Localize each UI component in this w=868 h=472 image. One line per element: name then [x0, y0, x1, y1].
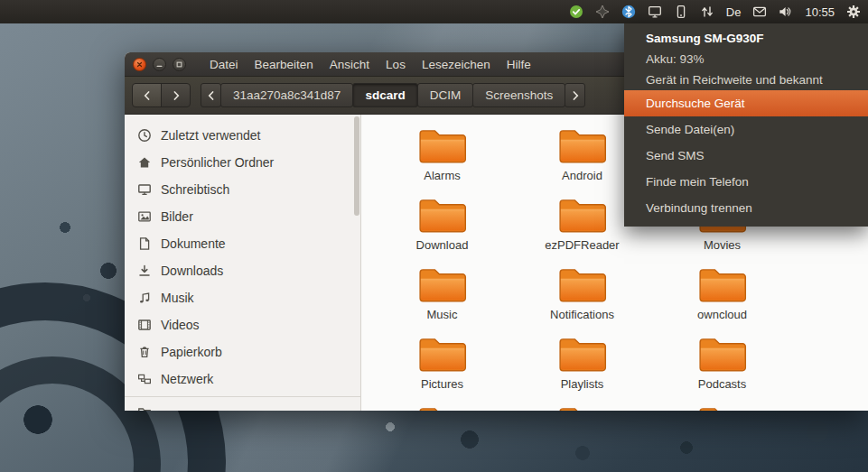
folder-label: owncloud: [697, 308, 747, 321]
up-down-arrows-icon: [700, 5, 714, 19]
menu-item-verbindung-trennen[interactable]: Verbindung trennen: [624, 195, 868, 221]
menu-item-sende-dateien[interactable]: Sende Datei(en): [624, 116, 868, 143]
sidebar-item-videos[interactable]: Videos: [125, 311, 360, 338]
folder-label: Playlists: [561, 377, 604, 391]
menu-datei[interactable]: Datei: [201, 54, 247, 75]
sidebar-item-label: Schreibtisch: [161, 182, 229, 197]
sidebar-item-schreibtisch[interactable]: Schreibtisch: [125, 176, 360, 203]
folder-pictures[interactable]: Pictures: [372, 334, 512, 403]
minimize-button[interactable]: [153, 58, 166, 71]
menu-los[interactable]: Los: [378, 54, 414, 75]
pinwheel-icon: [595, 5, 610, 19]
forward-button[interactable]: [161, 83, 191, 107]
mail-indicator[interactable]: [752, 0, 767, 23]
maximize-button[interactable]: [173, 58, 186, 71]
menu-lesezeichen[interactable]: Lesezeichen: [414, 54, 499, 75]
sidebar-item-downloads[interactable]: Downloads: [125, 257, 360, 284]
phone-icon: [674, 5, 688, 19]
minimize-icon: [154, 60, 164, 69]
menu-bearbeiten[interactable]: Bearbeiten: [247, 54, 322, 75]
bluetooth-icon: [621, 5, 636, 19]
sidebar-item-dokumente[interactable]: Dokumente: [125, 230, 360, 257]
folder-icon: [556, 264, 609, 307]
envelope-icon: [752, 5, 767, 19]
clock[interactable]: 10:55: [805, 0, 835, 23]
breadcrumb-screenshots[interactable]: Screenshots: [472, 83, 565, 107]
path-scroll-left-button[interactable]: [201, 83, 221, 107]
app-indicator[interactable]: [595, 0, 610, 23]
sidebar-item-papierkorb[interactable]: Papierkorb: [125, 338, 360, 366]
sidebar-item-label: Papierkorb: [161, 345, 222, 359]
chevron-left-icon: [141, 89, 154, 102]
sidebar-item-label: Netzwerk: [161, 372, 213, 386]
folder-icon: [556, 195, 609, 237]
menu-item-durchsuche-geraet[interactable]: Durchsuche Gerät: [624, 90, 868, 116]
folder-label: Notifications: [550, 308, 614, 321]
sidebar-item-partial[interactable]: [125, 399, 360, 411]
folder-label: Podcasts: [698, 377, 746, 391]
folder-icon: [696, 334, 749, 376]
back-button[interactable]: [132, 83, 162, 107]
download-arrow-icon: [137, 264, 152, 278]
clock-icon: [137, 128, 152, 143]
network-traffic-indicator[interactable]: [700, 0, 714, 23]
folder-podcasts[interactable]: Podcasts: [652, 334, 792, 403]
maximize-icon: [174, 60, 184, 69]
folder-item-partial[interactable]: [652, 403, 792, 411]
folder-owncloud[interactable]: owncloud: [652, 264, 792, 334]
status-ok-indicator[interactable]: [569, 0, 583, 23]
sidebar-item-netzwerk[interactable]: Netzwerk: [125, 366, 360, 393]
menu-item-send-sms[interactable]: Send SMS: [624, 143, 868, 169]
chevron-right-icon: [569, 89, 582, 102]
folder-label: Music: [427, 308, 458, 321]
folder-label: Download: [416, 238, 469, 252]
document-icon: [137, 236, 152, 251]
folder-label: Alarms: [424, 169, 460, 182]
breadcrumb-device-id[interactable]: 31aa270a8c341d87: [220, 83, 353, 107]
folder-notifications[interactable]: Notifications: [512, 264, 652, 334]
path-scroll-right-button[interactable]: [565, 83, 585, 107]
folder-icon: [137, 405, 152, 411]
close-icon: [135, 60, 145, 69]
sidebar-item-label: Bilder: [161, 209, 193, 224]
device-status: Gerät in Reichweite und bekannt: [624, 69, 868, 90]
folder-label: Android: [562, 169, 602, 182]
folder-item-partial[interactable]: [372, 403, 512, 411]
phone-indicator[interactable]: [674, 0, 688, 23]
bluetooth-indicator[interactable]: [621, 0, 636, 23]
folder-icon: [416, 195, 469, 237]
folder-download[interactable]: Download: [372, 195, 512, 264]
close-button[interactable]: [133, 58, 146, 71]
display-indicator[interactable]: [648, 0, 662, 23]
folder-alarms[interactable]: Alarms: [372, 125, 512, 195]
sidebar-item-label: Dokumente: [161, 236, 226, 251]
breadcrumb-dcim[interactable]: DCIM: [417, 83, 474, 107]
folder-icon: [696, 403, 749, 411]
menu-item-finde-mein-telefon[interactable]: Finde mein Telefon: [624, 169, 868, 195]
sidebar-item-label: Zuletzt verwendet: [161, 128, 261, 143]
sidebar-item-bilder[interactable]: Bilder: [125, 203, 360, 230]
sidebar-separator: [125, 396, 360, 397]
trash-icon: [137, 345, 152, 359]
volume-indicator[interactable]: [779, 0, 793, 23]
menu-ansicht[interactable]: Ansicht: [322, 54, 378, 75]
battery-status: Akku: 93%: [624, 49, 868, 69]
sidebar-item-musik[interactable]: Musik: [125, 284, 360, 311]
folder-playlists[interactable]: Playlists: [512, 334, 652, 403]
menu-hilfe[interactable]: Hilfe: [499, 54, 539, 75]
folder-icon: [556, 334, 609, 376]
keyboard-layout-indicator[interactable]: De: [726, 0, 742, 23]
device-name: Samsung SM-G930F: [624, 28, 868, 49]
phone-indicator-menu: Samsung SM-G930F Akku: 93% Gerät in Reic…: [624, 23, 868, 227]
sidebar-item-persoenlicher-ordner[interactable]: Persönlicher Ordner: [125, 149, 360, 176]
sidebar-item-label: Downloads: [161, 264, 223, 278]
breadcrumb-sdcard[interactable]: sdcard: [352, 83, 417, 107]
folder-music[interactable]: Music: [372, 264, 512, 334]
picture-icon: [137, 209, 152, 224]
sidebar-item-zuletzt-verwendet[interactable]: Zuletzt verwendet: [125, 122, 360, 149]
folder-item-partial[interactable]: [512, 403, 652, 411]
sidebar-scrollbar[interactable]: [354, 116, 359, 216]
session-menu[interactable]: [846, 0, 861, 23]
gear-icon: [846, 5, 861, 19]
menubar: Datei Bearbeiten Ansicht Los Lesezeichen…: [201, 54, 539, 75]
